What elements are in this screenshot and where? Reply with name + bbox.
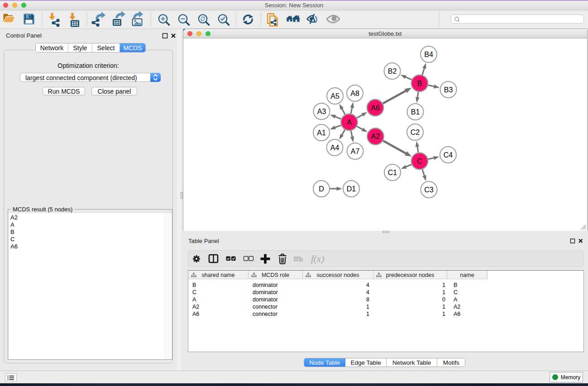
svg-text:A1: A1 — [317, 129, 326, 137]
svg-text:A2: A2 — [371, 133, 380, 140]
svg-text:A5: A5 — [330, 92, 339, 100]
svg-text:B3: B3 — [444, 86, 453, 94]
svg-text:A: A — [347, 119, 352, 126]
svg-text:A3: A3 — [317, 108, 326, 115]
svg-text:B: B — [417, 80, 422, 87]
svg-text:C: C — [417, 157, 422, 165]
svg-text:D1: D1 — [347, 185, 356, 193]
svg-text:B4: B4 — [424, 51, 433, 58]
svg-text:C2: C2 — [411, 129, 420, 136]
svg-text:A7: A7 — [351, 148, 360, 155]
svg-text:C3: C3 — [424, 186, 434, 194]
svg-text:A6: A6 — [371, 104, 380, 112]
svg-text:C4: C4 — [444, 151, 453, 159]
svg-text:f(x): f(x) — [311, 253, 324, 264]
svg-text:B2: B2 — [388, 67, 397, 75]
svg-text:C1: C1 — [388, 169, 397, 176]
svg-text:B1: B1 — [411, 108, 420, 116]
svg-text:D: D — [319, 185, 324, 193]
svg-text:A4: A4 — [330, 144, 339, 152]
svg-text:A8: A8 — [350, 90, 359, 97]
